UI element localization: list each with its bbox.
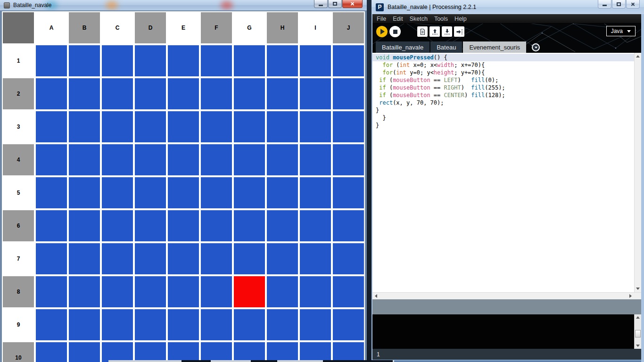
cell-H4[interactable] bbox=[266, 143, 299, 176]
cell-F6[interactable] bbox=[200, 209, 233, 242]
cell-E8[interactable] bbox=[167, 275, 200, 308]
cell-B5[interactable] bbox=[68, 176, 101, 209]
cell-F2[interactable] bbox=[200, 77, 233, 110]
code-editor[interactable]: void mousePressed() { for (int x=0; x<wi… bbox=[372, 53, 641, 292]
cell-I5[interactable] bbox=[299, 176, 332, 209]
cell-G2[interactable] bbox=[233, 77, 266, 110]
cell-J4[interactable] bbox=[332, 143, 365, 176]
cell-I3[interactable] bbox=[299, 110, 332, 143]
cell-H9[interactable] bbox=[266, 308, 299, 341]
code-horizontal-scrollbar[interactable] bbox=[372, 292, 641, 299]
cell-B3[interactable] bbox=[68, 110, 101, 143]
tab-evenement_souris[interactable]: Evenement_souris bbox=[463, 41, 526, 53]
cell-A5[interactable] bbox=[35, 176, 68, 209]
cell-H3[interactable] bbox=[266, 110, 299, 143]
cell-C6[interactable] bbox=[101, 209, 134, 242]
cell-A7[interactable] bbox=[35, 242, 68, 275]
cell-F3[interactable] bbox=[200, 110, 233, 143]
cell-A3[interactable] bbox=[35, 110, 68, 143]
cell-J7[interactable] bbox=[332, 242, 365, 275]
cell-F8[interactable] bbox=[200, 275, 233, 308]
cell-E2[interactable] bbox=[167, 77, 200, 110]
run-button[interactable] bbox=[376, 26, 388, 37]
cell-C8[interactable] bbox=[101, 275, 134, 308]
console-scrollbar[interactable] bbox=[634, 314, 641, 349]
cell-C3[interactable] bbox=[101, 110, 134, 143]
cell-C5[interactable] bbox=[101, 176, 134, 209]
mode-selector[interactable]: Java bbox=[606, 26, 636, 36]
cell-F9[interactable] bbox=[200, 308, 233, 341]
cell-J8[interactable] bbox=[332, 275, 365, 308]
ide-maximize-button[interactable] bbox=[612, 0, 626, 8]
cell-C9[interactable] bbox=[101, 308, 134, 341]
cell-A2[interactable] bbox=[35, 77, 68, 110]
cell-B6[interactable] bbox=[68, 209, 101, 242]
cell-A4[interactable] bbox=[35, 143, 68, 176]
cell-G10[interactable] bbox=[233, 341, 266, 362]
menu-file[interactable]: File bbox=[377, 16, 386, 22]
cell-A10[interactable] bbox=[35, 341, 68, 362]
cell-F5[interactable] bbox=[200, 176, 233, 209]
cell-H1[interactable] bbox=[266, 44, 299, 77]
cell-J2[interactable] bbox=[332, 77, 365, 110]
cell-E9[interactable] bbox=[167, 308, 200, 341]
cell-E4[interactable] bbox=[167, 143, 200, 176]
cell-G4[interactable] bbox=[233, 143, 266, 176]
cell-D7[interactable] bbox=[134, 242, 167, 275]
cell-C2[interactable] bbox=[101, 77, 134, 110]
cell-B2[interactable] bbox=[68, 77, 101, 110]
cell-A9[interactable] bbox=[35, 308, 68, 341]
ide-minimize-button[interactable] bbox=[598, 0, 611, 8]
cell-I6[interactable] bbox=[299, 209, 332, 242]
cell-A8[interactable] bbox=[35, 275, 68, 308]
cell-I4[interactable] bbox=[299, 143, 332, 176]
menu-help[interactable]: Help bbox=[454, 16, 467, 22]
cell-E6[interactable] bbox=[167, 209, 200, 242]
cell-I1[interactable] bbox=[299, 44, 332, 77]
cell-B9[interactable] bbox=[68, 308, 101, 341]
cell-E1[interactable] bbox=[167, 44, 200, 77]
new-sketch-button[interactable] bbox=[417, 26, 428, 37]
cell-H7[interactable] bbox=[266, 242, 299, 275]
cell-B7[interactable] bbox=[68, 242, 101, 275]
cell-H8[interactable] bbox=[266, 275, 299, 308]
game-maximize-button[interactable] bbox=[328, 0, 342, 8]
cell-I8[interactable] bbox=[299, 275, 332, 308]
ide-close-button[interactable] bbox=[626, 0, 640, 8]
cell-I2[interactable] bbox=[299, 77, 332, 110]
cell-C10[interactable] bbox=[101, 341, 134, 362]
cell-D10[interactable] bbox=[134, 341, 167, 362]
cell-H10[interactable] bbox=[266, 341, 299, 362]
cell-I9[interactable] bbox=[299, 308, 332, 341]
cell-B1[interactable] bbox=[68, 44, 101, 77]
tab-menu-button[interactable] bbox=[532, 43, 540, 51]
cell-E10[interactable] bbox=[167, 341, 200, 362]
cell-B10[interactable] bbox=[68, 341, 101, 362]
tab-bataille_navale[interactable]: Bataille_navale bbox=[376, 41, 429, 53]
game-close-button[interactable] bbox=[342, 0, 363, 8]
cell-D2[interactable] bbox=[134, 77, 167, 110]
cell-D8[interactable] bbox=[134, 275, 167, 308]
cell-I10[interactable] bbox=[299, 341, 332, 362]
cell-G7[interactable] bbox=[233, 242, 266, 275]
code-vertical-scrollbar[interactable] bbox=[634, 53, 641, 292]
cell-J9[interactable] bbox=[332, 308, 365, 341]
open-button[interactable] bbox=[429, 26, 440, 37]
cell-F4[interactable] bbox=[200, 143, 233, 176]
export-button[interactable] bbox=[454, 26, 464, 37]
cell-H6[interactable] bbox=[266, 209, 299, 242]
cell-I7[interactable] bbox=[299, 242, 332, 275]
cell-H2[interactable] bbox=[266, 77, 299, 110]
cell-D4[interactable] bbox=[134, 143, 167, 176]
cell-C7[interactable] bbox=[101, 242, 134, 275]
game-minimize-button[interactable] bbox=[314, 0, 328, 8]
cell-G3[interactable] bbox=[233, 110, 266, 143]
cell-F7[interactable] bbox=[200, 242, 233, 275]
cell-G1[interactable] bbox=[233, 44, 266, 77]
menu-edit[interactable]: Edit bbox=[393, 16, 403, 22]
cell-A1[interactable] bbox=[35, 44, 68, 77]
tab-bateau[interactable]: Bateau bbox=[430, 41, 462, 53]
cell-J6[interactable] bbox=[332, 209, 365, 242]
cell-G9[interactable] bbox=[233, 308, 266, 341]
cell-E3[interactable] bbox=[167, 110, 200, 143]
